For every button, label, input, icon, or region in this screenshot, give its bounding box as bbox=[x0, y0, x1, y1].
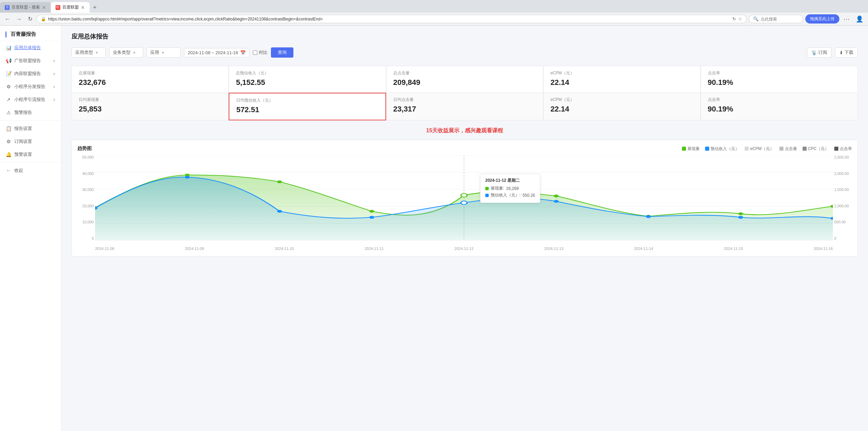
tab-favicon-1: 百 bbox=[5, 5, 10, 10]
star-icon[interactable]: ☆ bbox=[738, 16, 742, 21]
x-label-6: 2024-11-14 bbox=[634, 247, 653, 251]
x-label-3: 2024-11-11 bbox=[365, 247, 384, 251]
stats-row-1: 总展现量 232,676 总预估收入（元） 5,152.55 总点击量 209,… bbox=[72, 66, 858, 93]
stat-ecpm2: eCPM（元） 22.14 bbox=[543, 93, 700, 120]
stat-total-income-value: 5,152.55 bbox=[236, 78, 379, 87]
profile-button[interactable]: 👤 bbox=[854, 15, 865, 24]
back-button[interactable]: ← bbox=[3, 15, 12, 24]
calendar-icon: 📅 bbox=[240, 50, 246, 55]
subscribe-button[interactable]: 📡 订阅 bbox=[807, 47, 832, 58]
compare-label: 对比 bbox=[259, 49, 268, 56]
address-bar[interactable]: 🔒 ↻ ☆ bbox=[36, 15, 747, 23]
sidebar-item-app-report[interactable]: 📊 应用总体报告 bbox=[0, 41, 61, 54]
legend-dot-views bbox=[682, 147, 686, 151]
search-input[interactable] bbox=[761, 17, 799, 21]
tab-close-2[interactable]: ✕ bbox=[81, 5, 85, 10]
biz-type-label: 业务类型 bbox=[113, 49, 131, 56]
stat-avg-income: 日均预估收入（元） 572.51 bbox=[229, 93, 386, 120]
download-button[interactable]: ⬇ 下载 bbox=[835, 47, 858, 58]
legend-income: 预估收入（元） bbox=[705, 146, 739, 152]
sidebar-item-alert-settings[interactable]: 🔔 预警设置 bbox=[0, 148, 61, 161]
tab-close-1[interactable]: ✕ bbox=[42, 5, 46, 10]
y-right-3: 1,000.00 bbox=[834, 204, 849, 208]
sidebar-item-miniapp-report[interactable]: ⚙ 小程序分发报告 ∨ bbox=[0, 80, 61, 93]
y-right-4: 500.00 bbox=[834, 220, 846, 224]
app-select[interactable]: 应用 ▼ bbox=[147, 47, 181, 58]
legend-clicks-label: 点击量 bbox=[785, 146, 797, 152]
y-left-2: 30,000 bbox=[82, 188, 94, 192]
stat-avg-clicks: 日均点击量 23,317 bbox=[386, 93, 543, 120]
stat-ecpm2-value: 22.14 bbox=[550, 105, 693, 114]
views-point-7 bbox=[738, 212, 743, 215]
reload-button[interactable]: ↻ bbox=[26, 14, 34, 24]
sidebar-item-ad-report[interactable]: 📢 广告联盟报告 ∨ bbox=[0, 54, 61, 67]
browser-tab-1[interactable]: 百 百度联盟 - 搜索 ✕ bbox=[0, 2, 51, 13]
promo-text: 15天收益展示，感兴趣观看课程 bbox=[72, 127, 858, 134]
query-button[interactable]: 查询 bbox=[271, 47, 293, 58]
sidebar-label-collapse: 收起 bbox=[14, 167, 56, 174]
download-icon: ⬇ bbox=[839, 50, 843, 55]
y-left-4: 10,000 bbox=[82, 220, 94, 224]
forward-button[interactable]: → bbox=[14, 15, 24, 24]
search-bar[interactable]: 🔍 bbox=[749, 15, 803, 23]
main-content: 应用总体报告 应用类型 ▼ 业务类型 ▼ 应用 ▼ 2024-11-08 ~ 2… bbox=[61, 26, 868, 431]
compare-checkbox-wrapper[interactable]: 对比 bbox=[253, 49, 268, 56]
more-button[interactable]: ⋯ bbox=[841, 15, 852, 24]
date-range-picker[interactable]: 2024-11-08 ~ 2024-11-16 📅 bbox=[184, 48, 249, 57]
y-right-2: 1,500.00 bbox=[834, 188, 849, 192]
compare-checkbox[interactable] bbox=[253, 50, 257, 55]
legend-income-label: 预估收入（元） bbox=[711, 146, 739, 152]
upload-button[interactable]: 拖拽至此上传 bbox=[805, 14, 839, 24]
miniapp-flow-arrow: ∨ bbox=[53, 98, 56, 102]
app-type-arrow-icon: ▼ bbox=[95, 51, 98, 55]
x-label-8: 2024-11-16 bbox=[814, 247, 833, 251]
new-tab-button[interactable]: + bbox=[90, 3, 100, 13]
sidebar-logo-text: 百青藤报告 bbox=[11, 31, 36, 37]
stat-total-views-value: 232,676 bbox=[79, 78, 222, 87]
ad-report-icon: 📢 bbox=[5, 58, 12, 63]
x-label-2: 2024-11-10 bbox=[275, 247, 294, 251]
sidebar-logo: 百青藤报告 bbox=[0, 26, 61, 41]
sidebar-item-report-settings[interactable]: 📋 报告设置 bbox=[0, 122, 61, 135]
stat-avg-views-value: 25,853 bbox=[79, 105, 222, 114]
alert-settings-icon: 🔔 bbox=[5, 152, 12, 157]
address-input[interactable] bbox=[48, 17, 730, 21]
legend-ctr: 点击率 bbox=[834, 146, 852, 152]
income-point-5 bbox=[554, 200, 559, 203]
browser-tab-2[interactable]: 联 百度联盟 ✕ bbox=[51, 2, 90, 13]
sidebar-label-miniapp-report: 小程序分发报告 bbox=[14, 84, 50, 90]
stat-ecpm1-label: eCPM（元） bbox=[550, 70, 693, 76]
legend-ecpm: eCPM（元） bbox=[745, 146, 774, 152]
tab-title-2: 百度联盟 bbox=[62, 4, 79, 10]
browser-chrome: 百 百度联盟 - 搜索 ✕ 联 百度联盟 ✕ + ← → ↻ 🔒 ↻ ☆ 🔍 拖… bbox=[0, 0, 868, 26]
legend-dot-income bbox=[705, 147, 709, 151]
app-type-select[interactable]: 应用类型 ▼ bbox=[72, 47, 106, 58]
sidebar-item-miniapp-flow[interactable]: ↗ 小程序引流报告 ∨ bbox=[0, 93, 61, 106]
y-left-3: 20,000 bbox=[82, 204, 94, 208]
sidebar-item-subscribe-settings[interactable]: ⚙ 订阅设置 bbox=[0, 135, 61, 148]
stat-avg-income-label: 日均预估收入（元） bbox=[236, 98, 378, 103]
legend-ctr-label: 点击率 bbox=[840, 146, 852, 152]
sidebar-item-collapse[interactable]: ← 收起 bbox=[0, 164, 61, 177]
page-title: 应用总体报告 bbox=[72, 32, 858, 41]
stat-ctr2-label: 点击率 bbox=[708, 97, 851, 103]
sidebar-item-content-report[interactable]: 📝 内容联盟报告 ∨ bbox=[0, 67, 61, 80]
sidebar-label-ad-report: 广告联盟报告 bbox=[14, 58, 50, 64]
income-point-4 bbox=[461, 201, 467, 204]
browser-tabs: 百 百度联盟 - 搜索 ✕ 联 百度联盟 ✕ + bbox=[0, 0, 868, 13]
biz-type-select[interactable]: 业务类型 ▼ bbox=[109, 47, 143, 58]
y-axis-left: 50,000 40,000 30,000 20,000 10,000 0 bbox=[77, 155, 95, 240]
sidebar-active-bar bbox=[5, 31, 6, 38]
reload-icon[interactable]: ↻ bbox=[732, 16, 736, 21]
x-label-0: 2024-11-08 bbox=[95, 247, 114, 251]
legend-dot-cpc bbox=[803, 147, 807, 151]
sidebar-label-miniapp-flow: 小程序引流报告 bbox=[14, 96, 50, 103]
sidebar-label-content-report: 内容联盟报告 bbox=[14, 71, 50, 77]
miniapp-flow-icon: ↗ bbox=[5, 97, 12, 102]
sidebar-label-warning-report: 预警报告 bbox=[14, 109, 56, 116]
sidebar-item-warning-report[interactable]: ⚠ 预警报告 bbox=[0, 106, 61, 119]
stat-total-clicks: 总点击量 209,849 bbox=[386, 66, 543, 93]
app-layout: 百青藤报告 📊 应用总体报告 📢 广告联盟报告 ∨ 📝 内容联盟报告 ∨ ⚙ 小… bbox=[0, 26, 868, 431]
stat-ecpm1: eCPM（元） 22.14 bbox=[543, 66, 700, 93]
y-right-0: 2,500.00 bbox=[834, 155, 849, 159]
